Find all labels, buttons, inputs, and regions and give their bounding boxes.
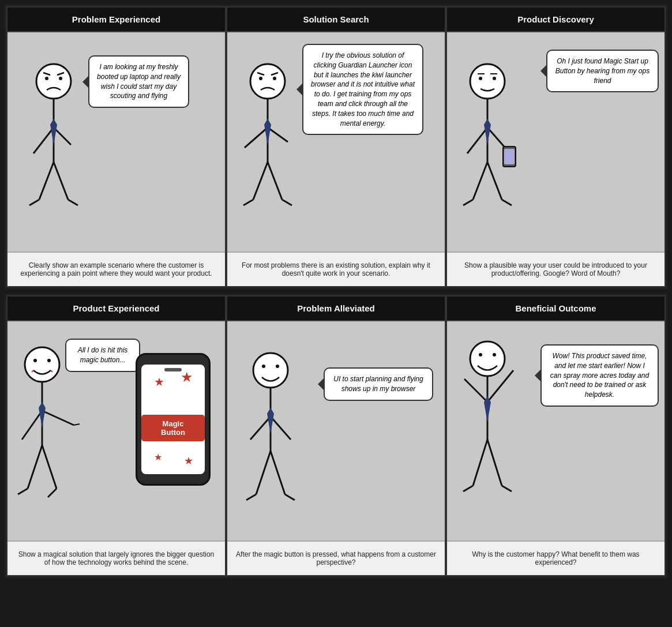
star-3: ★ — [154, 452, 162, 463]
svg-point-59 — [253, 353, 288, 388]
svg-point-44 — [25, 347, 59, 382]
svg-point-1 — [45, 77, 48, 80]
header-problem-alleviated: Problem Alleviated — [227, 296, 445, 321]
svg-line-76 — [464, 379, 487, 402]
figure-sad-1 — [25, 61, 82, 217]
svg-line-58 — [48, 489, 57, 497]
bubble-product-discovery: Oh I just found Magic Start up Button by… — [546, 50, 659, 92]
scene-problem-experienced: I am looking at my freshly booted up lap… — [7, 32, 225, 251]
cell-beneficial-outcome: Beneficial Outcome — [446, 295, 666, 576]
header-problem-experienced: Problem Experienced — [7, 7, 225, 32]
svg-line-42 — [463, 200, 473, 205]
figure-sad-2 — [239, 61, 296, 217]
svg-line-11 — [54, 162, 68, 200]
svg-line-41 — [487, 162, 502, 200]
figure-happy-2 — [239, 350, 302, 512]
svg-line-8 — [54, 127, 71, 145]
svg-line-69 — [246, 494, 256, 500]
cell-solution-search: Solution Search — [226, 6, 446, 287]
svg-line-12 — [29, 200, 39, 205]
figure-neutral-phone — [456, 61, 519, 223]
bubble-problem-alleviated: UI to start planning and flying shows up… — [324, 367, 433, 401]
svg-line-27 — [282, 200, 292, 205]
svg-line-43 — [502, 200, 512, 205]
svg-line-21 — [245, 127, 268, 148]
bubble-product-experienced: All I do is hit this magic button... — [65, 339, 140, 372]
svg-point-0 — [36, 64, 71, 99]
header-product-experienced: Product Experienced — [7, 296, 225, 321]
svg-line-57 — [18, 489, 28, 494]
header-beneficial-outcome: Beneficial Outcome — [447, 296, 665, 321]
star-2: ★ — [181, 369, 193, 385]
row-1: Problem Experienced — [5, 5, 667, 289]
svg-point-61 — [276, 365, 279, 368]
star-1: ★ — [154, 375, 164, 389]
svg-point-73 — [493, 353, 496, 356]
bubble-solution-search: I try the obvious solution of clicking G… — [302, 44, 423, 135]
svg-point-28 — [470, 64, 505, 99]
svg-point-15 — [259, 77, 262, 80]
svg-point-72 — [479, 353, 482, 356]
svg-line-10 — [39, 162, 54, 200]
svg-point-16 — [273, 77, 276, 80]
svg-point-14 — [250, 64, 285, 99]
svg-line-36 — [467, 127, 487, 153]
caption-product-discovery: Show a plausible way your user could be … — [447, 251, 665, 286]
caption-beneficial-outcome: Why is the customer happy? What benefit … — [447, 540, 665, 575]
cell-product-experienced: Product Experienced — [6, 295, 226, 576]
svg-line-82 — [502, 486, 512, 491]
scene-problem-alleviated: UI to start planning and flying shows up… — [227, 321, 445, 540]
cell-problem-alleviated: Problem Alleviated UI to — [226, 295, 446, 576]
svg-rect-38 — [504, 149, 515, 164]
svg-point-30 — [493, 77, 496, 80]
magic-button[interactable]: Magic Button — [141, 415, 205, 441]
phone-mockup: ★ ★ Magic Button ★ ★ — [136, 353, 211, 486]
scene-product-discovery: Oh I just found Magic Start up Button by… — [447, 32, 665, 251]
svg-line-70 — [285, 494, 295, 500]
figure-cheering — [456, 339, 525, 512]
svg-line-81 — [463, 486, 473, 491]
svg-line-52 — [74, 424, 80, 425]
svg-line-67 — [256, 451, 271, 494]
star-4: ★ — [184, 455, 193, 467]
caption-solution-search: For most problems there is an existing s… — [227, 251, 445, 286]
caption-product-experienced: Show a magical solution that largely ign… — [7, 540, 225, 575]
svg-line-22 — [268, 127, 288, 142]
phone-notch — [164, 368, 182, 371]
svg-line-80 — [487, 440, 502, 486]
svg-point-46 — [47, 359, 51, 362]
svg-point-2 — [59, 77, 62, 80]
svg-line-24 — [253, 162, 268, 200]
svg-line-68 — [271, 451, 285, 494]
caption-problem-experienced: Clearly show an example scenario where t… — [7, 251, 225, 286]
svg-line-7 — [33, 127, 54, 153]
scene-solution-search: I try the obvious solution of clicking G… — [227, 32, 445, 251]
svg-marker-66 — [267, 408, 274, 434]
bubble-problem-experienced: I am looking at my freshly booted up lap… — [88, 55, 189, 108]
svg-point-29 — [479, 77, 482, 80]
scene-product-experienced: All I do is hit this magic button... ★ ★… — [7, 321, 225, 540]
cell-product-discovery: Product Discovery — [446, 6, 666, 287]
svg-point-60 — [262, 365, 265, 368]
header-product-discovery: Product Discovery — [447, 7, 665, 32]
phone-screen: ★ ★ Magic Button ★ ★ — [141, 365, 205, 474]
svg-marker-23 — [264, 119, 271, 145]
svg-line-51 — [42, 411, 74, 425]
svg-point-45 — [33, 359, 37, 362]
svg-line-65 — [271, 416, 291, 440]
scene-beneficial-outcome: Wow! This product saved time, and let me… — [447, 321, 665, 540]
svg-line-79 — [473, 440, 487, 486]
svg-line-25 — [268, 162, 282, 200]
svg-line-55 — [28, 445, 42, 489]
svg-line-64 — [250, 416, 271, 440]
cell-problem-experienced: Problem Experienced — [6, 6, 226, 287]
svg-line-26 — [243, 200, 253, 205]
storyboard: Problem Experienced — [0, 0, 672, 583]
svg-point-71 — [470, 341, 505, 376]
row-2: Product Experienced — [5, 294, 667, 578]
svg-line-53 — [22, 411, 42, 440]
header-solution-search: Solution Search — [227, 7, 445, 32]
svg-line-13 — [68, 200, 78, 205]
bubble-beneficial-outcome: Wow! This product saved time, and let me… — [540, 344, 659, 407]
svg-line-40 — [473, 162, 487, 200]
